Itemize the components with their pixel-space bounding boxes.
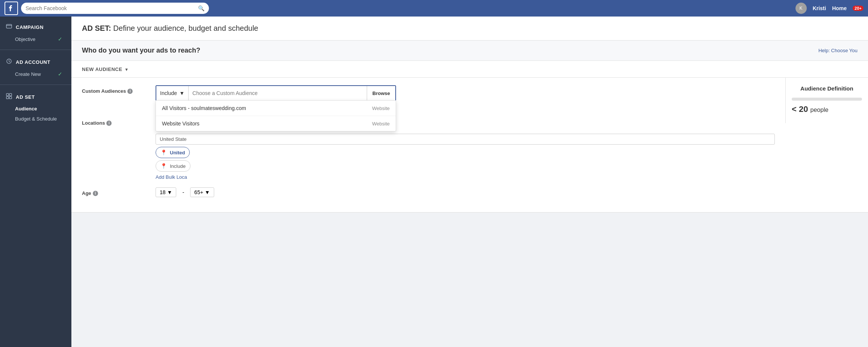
adset-title: Define your audience, budget and schedul… xyxy=(113,24,258,32)
locations-info-icon[interactable]: i xyxy=(106,121,112,126)
age-row: Age i 18 ▼ - xyxy=(82,187,775,197)
help-link[interactable]: Help: Choose You xyxy=(818,48,857,53)
svg-rect-2 xyxy=(6,94,9,96)
search-bar[interactable]: 🔍 xyxy=(21,3,209,14)
user-name[interactable]: Kristi xyxy=(813,5,826,11)
page-wrapper: CAMPAIGN Objective ✓ AD ACCOUNT Create N… xyxy=(0,17,868,347)
age-control: 18 ▼ - 65+ ▼ xyxy=(156,187,775,197)
sidebar-item-create-new[interactable]: Create New ✓ xyxy=(6,69,65,79)
audience-label: Audience xyxy=(15,106,37,112)
objective-label: Objective xyxy=(15,36,35,42)
sidebar-ad-account-section: AD ACCOUNT Create New ✓ xyxy=(0,51,71,83)
ad-account-icon xyxy=(6,58,12,66)
budget-label: Budget & Schedule xyxy=(15,116,57,122)
dropdown-item-source-2: Website xyxy=(372,121,390,127)
form-area: Custom Audiences i Include ▼ xyxy=(71,78,785,212)
dropdown-item-source-1: Website xyxy=(372,106,390,111)
audience-dropdown: All Visitors - soulmateswedding.com Webs… xyxy=(156,100,396,131)
audience-definition-title: Audience Definition xyxy=(792,85,862,92)
sidebar-item-budget[interactable]: Budget & Schedule xyxy=(6,114,65,124)
browse-button[interactable]: Browse xyxy=(367,86,395,100)
united-tag-label: United xyxy=(170,150,185,155)
locations-label: Locations i xyxy=(82,117,150,126)
custom-audiences-row: Custom Audiences i Include ▼ xyxy=(82,85,775,110)
new-audience-label: NEW AUDIENCE xyxy=(82,66,122,72)
sidebar-item-audience[interactable]: Audience xyxy=(6,104,65,114)
audience-control: Include ▼ Browse xyxy=(156,85,396,101)
age-separator: - xyxy=(182,189,184,195)
age-to-chevron: ▼ xyxy=(205,189,210,195)
search-input[interactable] xyxy=(26,5,196,11)
age-controls: 18 ▼ - 65+ ▼ xyxy=(156,187,775,197)
add-bulk-link[interactable]: Add Bulk Loca xyxy=(156,174,187,180)
audience-people-count: < 20 people xyxy=(792,104,862,114)
form-body: Custom Audiences i Include ▼ xyxy=(71,78,785,212)
age-from-select[interactable]: 18 ▼ xyxy=(156,187,176,197)
home-link[interactable]: Home xyxy=(832,5,847,11)
custom-audiences-label: Custom Audiences i xyxy=(82,85,150,94)
nav-right: K Kristi Home 20+ xyxy=(795,3,863,14)
facebook-logo[interactable] xyxy=(5,2,18,15)
avatar: K xyxy=(795,3,807,14)
include-pin-icon: 📍 xyxy=(160,163,167,169)
ad-set-label: AD SET xyxy=(16,94,35,100)
location-pin-icon: 📍 xyxy=(160,149,167,155)
custom-audience-input[interactable] xyxy=(189,86,367,100)
audience-definition-panel: Audience Definition < 20 people xyxy=(785,78,868,123)
include-chevron-icon: ▼ xyxy=(179,90,184,96)
sidebar-ad-set-title: AD SET xyxy=(6,93,65,101)
age-info-icon[interactable]: i xyxy=(93,191,98,196)
location-input[interactable]: United State xyxy=(156,134,775,145)
sidebar-ad-set-section: AD SET Audience Budget & Schedule xyxy=(0,86,71,128)
people-suffix: people xyxy=(811,107,829,113)
age-label: Age i xyxy=(82,187,150,196)
content-area: Custom Audiences i Include ▼ xyxy=(71,78,868,212)
include-dropdown[interactable]: Include ▼ xyxy=(156,86,189,100)
campaign-label: CAMPAIGN xyxy=(16,24,44,30)
include-location-label: Include xyxy=(170,163,186,169)
top-navigation: 🔍 K Kristi Home 20+ xyxy=(0,0,868,17)
audience-section: Who do you want your ads to reach? Help:… xyxy=(71,41,868,213)
sidebar-campaign-title: CAMPAIGN xyxy=(6,23,65,31)
include-location-tag[interactable]: 📍 Include xyxy=(156,160,191,172)
ad-set-icon xyxy=(6,93,12,101)
svg-rect-3 xyxy=(9,94,12,96)
main-content: AD SET: Define your audience, budget and… xyxy=(71,17,868,347)
dropdown-item-name-2: Website Visitors xyxy=(162,121,200,127)
custom-audiences-info-icon[interactable]: i xyxy=(127,89,133,94)
age-to-select[interactable]: 65+ ▼ xyxy=(190,187,214,197)
dropdown-item-all-visitors[interactable]: All Visitors - soulmateswedding.com Webs… xyxy=(156,101,396,116)
campaign-icon xyxy=(6,23,12,31)
objective-checkmark: ✓ xyxy=(58,36,62,42)
search-icon: 🔍 xyxy=(198,5,204,11)
audience-meter xyxy=(792,98,862,101)
ad-account-checkmark: ✓ xyxy=(58,71,62,77)
notification-badge[interactable]: 20+ xyxy=(853,6,863,11)
section-title-bar: Who do you want your ads to reach? Help:… xyxy=(71,41,868,61)
create-new-label: Create New xyxy=(15,71,41,77)
svg-rect-5 xyxy=(9,97,12,99)
adset-prefix: AD SET: xyxy=(82,24,111,32)
chevron-down-icon: ▼ xyxy=(124,67,129,72)
new-audience-button[interactable]: NEW AUDIENCE ▼ xyxy=(82,66,129,72)
adset-header: AD SET: Define your audience, budget and… xyxy=(71,17,868,41)
dropdown-item-name: All Visitors - soulmateswedding.com xyxy=(162,105,246,111)
sidebar: CAMPAIGN Objective ✓ AD ACCOUNT Create N… xyxy=(0,17,71,347)
sidebar-divider-2 xyxy=(0,84,71,85)
ad-account-label: AD ACCOUNT xyxy=(16,59,50,65)
svg-rect-4 xyxy=(6,97,9,99)
sidebar-campaign-section: CAMPAIGN Objective ✓ xyxy=(0,17,71,48)
age-to-value: 65+ xyxy=(194,189,203,195)
age-from-chevron: ▼ xyxy=(167,189,172,195)
united-states-tag[interactable]: 📍 United xyxy=(156,147,190,158)
sidebar-item-objective[interactable]: Objective ✓ xyxy=(6,34,65,44)
audience-bar: NEW AUDIENCE ▼ xyxy=(71,61,868,78)
section-title: Who do you want your ads to reach? xyxy=(82,47,200,54)
custom-audiences-controls: Include ▼ Browse All Visitors - s xyxy=(156,85,775,110)
sidebar-divider-1 xyxy=(0,50,71,50)
svg-rect-0 xyxy=(6,24,12,28)
sidebar-ad-account-title: AD ACCOUNT xyxy=(6,58,65,66)
include-label: Include xyxy=(160,90,177,96)
age-from-value: 18 xyxy=(160,189,166,195)
dropdown-item-website-visitors[interactable]: Website Visitors Website xyxy=(156,116,396,131)
